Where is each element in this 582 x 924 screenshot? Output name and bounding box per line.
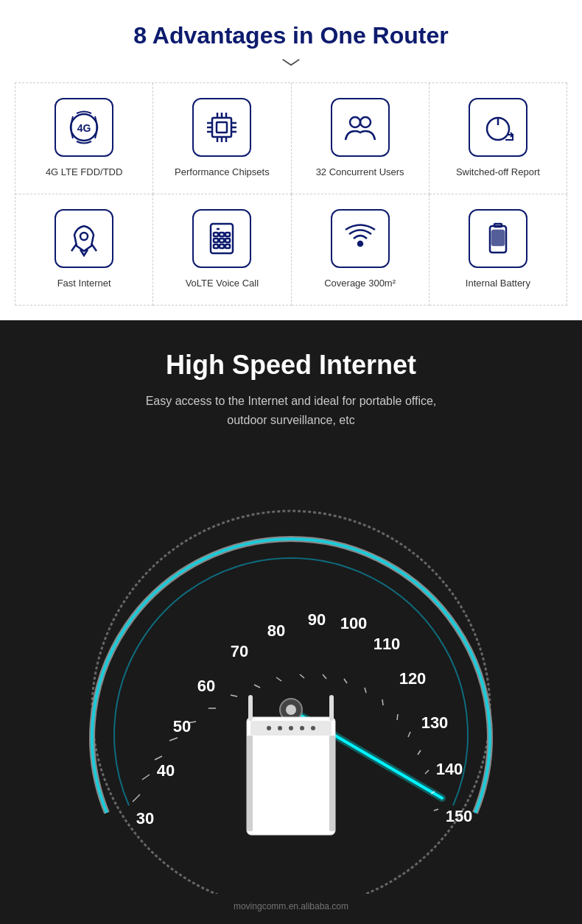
coverage-label: Coverage 300m² bbox=[324, 277, 396, 290]
speed-title: High Speed Internet bbox=[15, 350, 567, 381]
svg-line-77 bbox=[344, 679, 347, 683]
svg-line-67 bbox=[142, 775, 150, 780]
svg-rect-62 bbox=[247, 736, 253, 831]
wifi-icon-box bbox=[331, 209, 390, 268]
advantages-section: 8 Advantages in One Router 4G 4G LTE FDD… bbox=[0, 0, 582, 320]
svg-line-68 bbox=[155, 756, 162, 760]
svg-text:60: 60 bbox=[197, 677, 215, 695]
svg-text:80: 80 bbox=[267, 621, 285, 640]
svg-text:4G: 4G bbox=[77, 122, 91, 134]
speedometer: 30 40 50 60 70 80 90 100 110 120 130 140… bbox=[33, 452, 549, 894]
svg-line-85 bbox=[434, 809, 438, 811]
svg-text:30: 30 bbox=[136, 809, 154, 828]
switched-off-label: Switched-off Report bbox=[456, 166, 540, 179]
4g-icon-box: 4G bbox=[55, 98, 113, 157]
svg-text:140: 140 bbox=[436, 760, 463, 778]
svg-text:110: 110 bbox=[374, 635, 401, 653]
svg-text:40: 40 bbox=[157, 761, 175, 780]
advantages-grid: 4G 4G LTE FDD/TDD bbox=[15, 82, 567, 306]
battery-label: Internal Battery bbox=[466, 277, 530, 290]
svg-line-79 bbox=[382, 699, 383, 705]
svg-point-60 bbox=[300, 726, 304, 730]
svg-text:70: 70 bbox=[231, 642, 248, 660]
svg-text:120: 120 bbox=[399, 669, 427, 688]
svg-line-73 bbox=[254, 685, 260, 688]
svg-line-72 bbox=[231, 695, 237, 696]
svg-rect-3 bbox=[217, 122, 227, 133]
svg-line-80 bbox=[397, 714, 398, 720]
advantage-item-switched-off: Switched-off Report bbox=[430, 83, 567, 194]
advantage-item-coverage: Coverage 300m² bbox=[292, 194, 430, 306]
svg-text:150: 150 bbox=[446, 807, 473, 825]
advantage-item-battery: Internal Battery bbox=[430, 194, 567, 306]
svg-point-16 bbox=[350, 117, 360, 127]
advantage-item-fast-internet: Fast Internet bbox=[15, 194, 153, 306]
svg-point-58 bbox=[278, 726, 282, 730]
rocket-icon-box bbox=[55, 209, 113, 268]
svg-line-74 bbox=[276, 677, 281, 681]
advantage-item-chipset: Performance Chipsets bbox=[153, 83, 291, 194]
svg-text:90: 90 bbox=[308, 610, 326, 629]
svg-rect-27 bbox=[214, 239, 218, 242]
svg-rect-31 bbox=[220, 244, 224, 248]
power-icon-box bbox=[469, 98, 527, 157]
svg-rect-63 bbox=[329, 736, 335, 831]
svg-point-59 bbox=[289, 726, 293, 730]
4g-label: 4G LTE FDD/TDD bbox=[46, 166, 123, 179]
svg-point-33 bbox=[358, 241, 362, 246]
speed-subtitle: Easy access to the Internet and ideal fo… bbox=[15, 392, 567, 429]
svg-text:100: 100 bbox=[340, 614, 368, 632]
advantage-item-4g-lte: 4G 4G LTE FDD/TDD bbox=[15, 83, 153, 194]
svg-rect-32 bbox=[225, 244, 230, 248]
battery-icon-box bbox=[469, 209, 527, 268]
volte-label: VoLTE Voice Call bbox=[186, 277, 259, 290]
svg-point-17 bbox=[360, 117, 371, 127]
svg-line-82 bbox=[418, 750, 421, 755]
chevron-down-icon bbox=[280, 57, 302, 68]
users-icon-box bbox=[331, 98, 390, 157]
svg-line-83 bbox=[425, 770, 429, 774]
svg-text:50: 50 bbox=[173, 717, 191, 736]
svg-rect-2 bbox=[212, 118, 231, 137]
svg-rect-24 bbox=[214, 233, 218, 236]
fast-internet-label: Fast Internet bbox=[57, 277, 111, 290]
svg-rect-30 bbox=[214, 244, 218, 248]
chipset-label: Performance Chipsets bbox=[175, 166, 270, 179]
svg-line-78 bbox=[365, 688, 366, 693]
svg-point-61 bbox=[311, 726, 315, 730]
svg-line-76 bbox=[323, 674, 326, 679]
svg-line-75 bbox=[300, 674, 304, 678]
svg-text:130: 130 bbox=[421, 713, 449, 732]
advantages-title: 8 Advantages in One Router bbox=[15, 22, 567, 49]
svg-line-66 bbox=[133, 794, 140, 802]
svg-rect-25 bbox=[220, 233, 224, 236]
svg-rect-65 bbox=[329, 695, 334, 721]
svg-rect-64 bbox=[248, 695, 253, 721]
advantage-item-users: 32 Concurrent Users bbox=[292, 83, 430, 194]
advantage-item-volte: VoLTE Voice Call bbox=[153, 194, 291, 306]
svg-line-69 bbox=[169, 738, 178, 741]
svg-line-81 bbox=[408, 732, 410, 737]
svg-point-54 bbox=[286, 705, 296, 715]
svg-point-57 bbox=[267, 726, 271, 730]
users-label: 32 Concurrent Users bbox=[316, 166, 404, 179]
svg-rect-26 bbox=[225, 233, 230, 236]
svg-rect-28 bbox=[220, 239, 224, 242]
phone-icon-box bbox=[192, 209, 251, 268]
svg-rect-29 bbox=[225, 239, 230, 242]
website-url-small: movingcomm.en.alibaba.com bbox=[15, 897, 567, 923]
svg-rect-36 bbox=[492, 230, 504, 245]
svg-point-20 bbox=[80, 233, 88, 240]
chip-icon-box bbox=[192, 98, 251, 157]
speed-section: High Speed Internet Easy access to the I… bbox=[0, 320, 582, 924]
